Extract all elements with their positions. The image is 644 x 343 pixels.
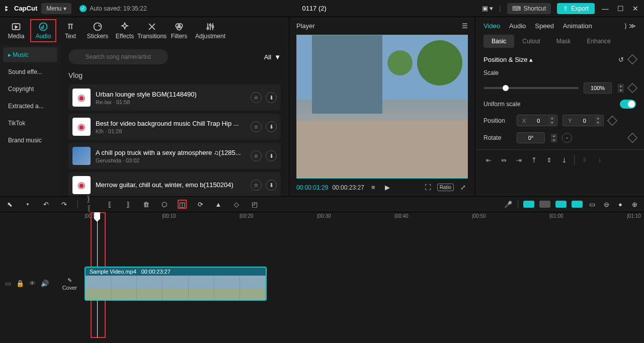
mirror-tool[interactable]: ▲ (214, 200, 223, 209)
download-button[interactable]: ⬇ (266, 92, 277, 103)
nav-brand-music[interactable]: Brand music (3, 133, 57, 148)
tab-media[interactable]: Media (3, 19, 29, 42)
search-input[interactable] (68, 49, 168, 64)
fullscreen-icon[interactable]: ⤢ (458, 184, 468, 191)
tab-effects[interactable]: Effects (112, 19, 138, 42)
align-center-v-icon[interactable]: ⇕ (544, 155, 554, 165)
position-y-input[interactable]: Y0▲▼ (562, 115, 603, 126)
rtab-animation[interactable]: Animation (563, 22, 592, 30)
nav-sound-effects[interactable]: Sound effe... (3, 64, 57, 79)
mic-icon[interactable]: 🎤 (504, 200, 513, 209)
current-time: 00:00:01:29 (296, 184, 328, 191)
scale-down[interactable]: ▼ (618, 89, 624, 93)
song-row[interactable]: ◉ Urban lounge style BGM(1148490) Re-lax… (68, 84, 281, 111)
rotate-value[interactable]: 0° (517, 132, 545, 143)
position-keyframe[interactable] (607, 116, 617, 126)
subtab-cutout[interactable]: Cutout (514, 35, 548, 48)
split-tool[interactable]: 〗〖 (87, 200, 96, 209)
scale-keyframe[interactable] (627, 83, 637, 93)
split-left-tool[interactable]: ⟦ (105, 200, 114, 209)
rotate-keyframe[interactable] (627, 133, 637, 143)
uniform-toggle[interactable] (620, 100, 636, 109)
zoom-slider-icon[interactable]: ● (616, 200, 625, 209)
all-filter-button[interactable]: All ▼ (264, 53, 281, 61)
undo-button[interactable]: ↶ (41, 200, 50, 209)
zoom-in-icon[interactable]: ⊕ (630, 200, 639, 209)
subtab-mask[interactable]: Mask (548, 35, 579, 48)
subtab-basic[interactable]: Basic (484, 35, 514, 48)
tab-filters[interactable]: Filters (166, 19, 192, 42)
layout-icon[interactable]: ▣ ▾ (482, 5, 494, 12)
tab-adjustment[interactable]: Adjustment (193, 19, 227, 42)
scale-value[interactable]: 100% (584, 82, 612, 94)
download-button[interactable]: ⬇ (266, 180, 277, 191)
player-viewport[interactable] (296, 35, 468, 179)
export-button[interactable]: ⇪ Export (557, 3, 595, 14)
maximize-button[interactable]: ☐ (616, 5, 625, 13)
timeline[interactable]: |00:00|00:10|00:20|00:30|00:40|00:50|01:… (0, 212, 644, 343)
list-icon[interactable]: ≡ (368, 184, 378, 191)
scale-up[interactable]: ▲ (618, 84, 624, 88)
close-button[interactable]: ✕ (631, 5, 640, 13)
subtab-enhance[interactable]: Enhance (579, 35, 618, 48)
rtab-more[interactable]: ⟩ ≫ (624, 22, 636, 30)
frame-tool[interactable]: ◫ (178, 200, 187, 209)
cover-button[interactable]: ✎ Cover (62, 277, 77, 291)
align-center-h-icon[interactable]: ⇔ (499, 155, 509, 165)
song-row[interactable]: A chill pop truck with a sexy atmosphere… (68, 143, 281, 169)
align-bottom-icon[interactable]: ⤓ (559, 155, 569, 165)
preview-icon[interactable]: ▭ (588, 200, 597, 209)
zoom-out-icon[interactable]: ⊖ (602, 200, 611, 209)
play-button[interactable]: ▶ (382, 184, 392, 191)
nav-extracted[interactable]: Extracted a... (3, 99, 57, 114)
download-button[interactable]: ⬇ (266, 121, 277, 132)
snap-3[interactable] (555, 201, 567, 208)
rotate-tool[interactable]: ◇ (232, 200, 241, 209)
delete-tool[interactable]: 🗑 (141, 200, 150, 209)
shortcut-button[interactable]: ⌨ Shortcut (507, 3, 551, 14)
snap-1[interactable] (523, 201, 534, 208)
snap-2[interactable] (539, 201, 550, 208)
crop-tool[interactable]: ◰ (250, 200, 259, 209)
tab-audio[interactable]: Audio (30, 19, 56, 42)
ratio-button[interactable]: Ratio (437, 184, 454, 191)
split-right-tool[interactable]: ⟧ (123, 200, 132, 209)
rtab-speed[interactable]: Speed (535, 22, 554, 30)
song-row[interactable]: ◉ Best for video background music Chill … (68, 114, 281, 140)
tab-text[interactable]: Text (57, 19, 84, 42)
rotate-dial[interactable]: - (562, 133, 572, 143)
shield-tool[interactable]: ⬡ (159, 200, 169, 209)
reset-icon[interactable]: ↺ (618, 56, 624, 63)
pointer-dropdown[interactable]: ▼ (23, 200, 32, 209)
menu-button[interactable]: Menu▾ (41, 3, 71, 14)
rotate-down[interactable]: ▼ (551, 138, 557, 142)
align-right-icon[interactable]: ⇥ (514, 155, 524, 165)
download-button[interactable]: ⬇ (266, 150, 277, 161)
nav-copyright[interactable]: Copyright (3, 81, 57, 97)
focus-icon[interactable]: ⛶ (423, 184, 433, 191)
minimize-button[interactable]: — (601, 5, 610, 13)
star-button[interactable]: ☆ (251, 92, 262, 103)
rtab-video[interactable]: Video (484, 22, 500, 30)
keyframe-icon[interactable] (627, 54, 637, 64)
nav-music[interactable]: ▸ Music (3, 47, 57, 62)
player-menu-icon[interactable]: ☰ (462, 22, 468, 30)
star-button[interactable]: ☆ (251, 180, 262, 191)
song-row[interactable]: ◉ Merrow guitar, chill out, winter, emo … (68, 172, 281, 196)
align-top-icon[interactable]: ⤒ (529, 155, 539, 165)
pointer-tool[interactable]: ⬉ (5, 200, 14, 209)
video-clip[interactable]: Sample Video.mp400:00:23:27 (85, 267, 267, 301)
rtab-audio[interactable]: Audio (509, 22, 526, 30)
tab-stickers[interactable]: Stickers (85, 19, 111, 42)
speed-tool[interactable]: ⟳ (196, 200, 205, 209)
tab-transitions[interactable]: Transitions (139, 19, 165, 42)
nav-tiktok[interactable]: TikTok (3, 116, 57, 131)
align-left-icon[interactable]: ⇤ (484, 155, 494, 165)
snap-4[interactable] (572, 201, 583, 208)
star-button[interactable]: ☆ (251, 150, 262, 161)
star-button[interactable]: ☆ (251, 121, 262, 132)
rotate-up[interactable]: ▲ (551, 134, 557, 138)
scale-slider[interactable] (484, 87, 579, 89)
position-x-input[interactable]: X0▲▼ (517, 115, 557, 126)
redo-button[interactable]: ↷ (59, 200, 68, 209)
